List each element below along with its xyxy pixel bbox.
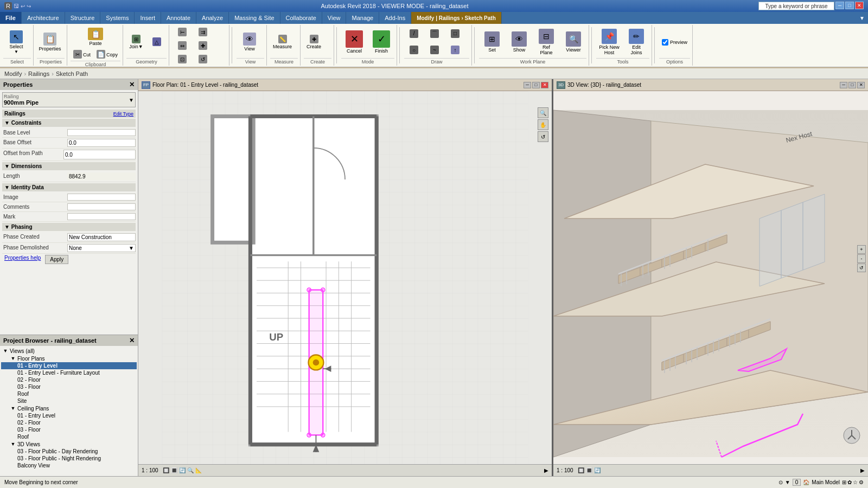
3d-night-rendering[interactable]: 03 - Floor Public - Night Rendering — [1, 455, 137, 462]
floor-plan-entry-level[interactable]: 01 - Entry Level — [1, 362, 137, 369]
rect-btn[interactable]: □ — [445, 28, 465, 40]
floor-plan-site[interactable]: Site — [1, 397, 137, 404]
3d-views-node[interactable]: ▼ 3D Views — [1, 440, 137, 448]
tab-manage[interactable]: Manage — [346, 12, 379, 24]
fp-icon-4[interactable]: 🔍 — [187, 467, 194, 473]
move-button[interactable]: ✚ — [193, 40, 213, 52]
qab-redo[interactable]: ↪ — [27, 3, 31, 9]
3d-minimize-button[interactable]: ─ — [840, 82, 847, 88]
status-btn4[interactable]: ⚙ — [859, 479, 864, 485]
fp-zoom-btn[interactable]: 🔍 — [538, 107, 548, 118]
3d-viewport-content[interactable]: Nex Host + - ↺ — [553, 91, 868, 476]
tab-massing[interactable]: Massing & Site — [229, 12, 280, 24]
fp-pan-btn[interactable]: ✋ — [538, 119, 548, 130]
tab-modify-railings[interactable]: Modify | Railings › Sketch Path — [411, 12, 502, 24]
floor-plan-view-controls[interactable]: 🔍 ✋ ↺ — [538, 107, 548, 142]
show-workplane-button[interactable]: 👁 Show — [506, 27, 532, 57]
floor-plan-03[interactable]: 03 - Floor — [1, 383, 137, 390]
ceiling-02[interactable]: 02 - Floor — [1, 419, 137, 426]
fp-minimize-button[interactable]: ─ — [524, 82, 531, 88]
tab-file[interactable]: File — [0, 12, 22, 24]
preview-check[interactable] — [662, 39, 668, 46]
tab-insert[interactable]: Insert — [135, 12, 161, 24]
tab-systems[interactable]: Systems — [100, 12, 135, 24]
mirror-button[interactable]: ⇔ — [173, 40, 192, 52]
ceiling-plans-expand-icon[interactable]: ▼ — [10, 405, 16, 412]
arc-btn[interactable]: ⌒ — [425, 28, 444, 40]
preview-checkbox[interactable]: Preview — [659, 37, 690, 47]
status-dropdown[interactable]: ▼ — [785, 479, 790, 485]
3d-views-expand-icon[interactable]: ▼ — [10, 441, 16, 447]
ceiling-roof[interactable]: Roof — [1, 433, 137, 440]
fp-close-button[interactable]: ✕ — [541, 82, 548, 88]
pick-lines-btn[interactable]: ↑ — [445, 44, 465, 56]
select-button[interactable]: ↖ Select ▼ — [3, 27, 29, 57]
scale-button[interactable]: ⤢ — [193, 67, 213, 67]
qab-save[interactable]: 🖫 — [14, 3, 19, 9]
tab-addins[interactable]: Add-Ins — [379, 12, 411, 24]
align-button[interactable]: ⊢ — [173, 26, 192, 38]
fp-icon-3[interactable]: 🔄 — [179, 467, 186, 473]
cancel-sketch-button[interactable]: ✕ Cancel — [341, 27, 367, 57]
tab-structure[interactable]: Structure — [65, 12, 101, 24]
window-controls-right[interactable]: Type a keyword or phrase ─ □ ✕ — [758, 2, 864, 10]
3d-window-controls[interactable]: ─ □ ✕ — [840, 82, 865, 88]
3d-toolbar-icons[interactable]: 🔲 🔳 🔄 — [578, 467, 601, 473]
project-browser-close[interactable]: ✕ — [129, 337, 135, 344]
array-button[interactable]: ⊞ — [173, 67, 192, 67]
comments-value[interactable] — [67, 203, 136, 210]
minimize-button[interactable]: ─ — [835, 2, 844, 9]
edit-type-link[interactable]: Edit Type — [113, 111, 133, 117]
set-workplane-button[interactable]: ⊞ Set — [479, 27, 505, 57]
3d-icon-1[interactable]: 🔲 — [578, 467, 584, 473]
floor-plan-content[interactable]: UP — [138, 91, 552, 476]
create-btn[interactable]: ✚ Create — [304, 33, 324, 51]
copy-button[interactable]: 📄 Copy — [94, 48, 120, 61]
type-selector[interactable]: Railing 900mm Pipe ▼ — [2, 92, 136, 107]
fp-icon-1[interactable]: 🔲 — [163, 467, 169, 473]
fp-icon-2[interactable]: 🔳 — [171, 467, 177, 473]
3d-icon-3[interactable]: 🔄 — [594, 467, 601, 473]
fp-rotate-btn[interactable]: ↺ — [538, 131, 548, 142]
floor-plan-02[interactable]: 02 - Floor — [1, 376, 137, 383]
copy-mod-button[interactable]: ⊡ — [173, 53, 192, 66]
breadcrumb-railings[interactable]: Railings — [28, 70, 49, 77]
paste-button[interactable]: 📋 Paste — [82, 26, 109, 48]
rotate-button[interactable]: ↺ — [193, 53, 213, 66]
ceiling-entry-level[interactable]: 01 - Entry Level — [1, 412, 137, 419]
offset-button[interactable]: ⇉ — [193, 26, 213, 38]
3d-view-controls[interactable]: + - ↺ — [857, 245, 866, 272]
ceiling-03[interactable]: 03 - Floor — [1, 426, 137, 433]
search-box[interactable]: Type a keyword or phrase — [758, 2, 834, 10]
views-expand-icon[interactable]: ▼ — [2, 348, 9, 354]
line-draw-btn[interactable]: / — [404, 28, 424, 40]
edit-joins-button[interactable]: ✏ Edit Joins — [623, 27, 649, 57]
base-level-value[interactable] — [67, 129, 136, 136]
view-btn[interactable]: 👁 View — [237, 27, 263, 57]
join-button[interactable]: ⊞ Join▼ — [126, 33, 146, 51]
3d-zoom-out[interactable]: - — [857, 254, 866, 263]
3d-scroll-right[interactable]: ▶ — [860, 467, 865, 473]
3d-zoom-in[interactable]: + — [857, 245, 866, 254]
breadcrumb-modify[interactable]: Modify — [4, 70, 22, 77]
mark-value[interactable] — [67, 213, 136, 220]
status-btn2[interactable]: ✿ — [847, 479, 852, 485]
properties-button[interactable]: 📋 Properties — [37, 27, 63, 57]
apply-button[interactable]: Apply — [45, 255, 68, 264]
fp-toolbar-icons[interactable]: 🔲 🔳 🔄 🔍 📐 — [163, 467, 202, 473]
tab-collaborate[interactable]: Collaborate — [280, 12, 322, 24]
tab-view[interactable]: View — [322, 12, 347, 24]
fp-scroll-right[interactable]: ▶ — [544, 467, 548, 473]
offset-path-input[interactable] — [63, 150, 136, 159]
maximize-button[interactable]: □ — [845, 2, 854, 9]
floor-plan-roof[interactable]: Roof — [1, 390, 137, 397]
fp-maximize-button[interactable]: □ — [532, 82, 540, 88]
tab-analyze[interactable]: Analyze — [196, 12, 229, 24]
fp-icon-5[interactable]: 📐 — [195, 467, 202, 473]
ref-plane-button[interactable]: ⊟ Ref Plane — [533, 27, 559, 57]
3d-maximize-button[interactable]: □ — [848, 82, 856, 88]
3d-balcony[interactable]: Balcony View — [1, 462, 137, 469]
finish-sketch-button[interactable]: ✓ Finish — [368, 27, 394, 57]
3d-day-rendering[interactable]: 03 - Floor Public - Day Rendering — [1, 448, 137, 455]
qab-undo[interactable]: ↩ — [21, 3, 25, 9]
